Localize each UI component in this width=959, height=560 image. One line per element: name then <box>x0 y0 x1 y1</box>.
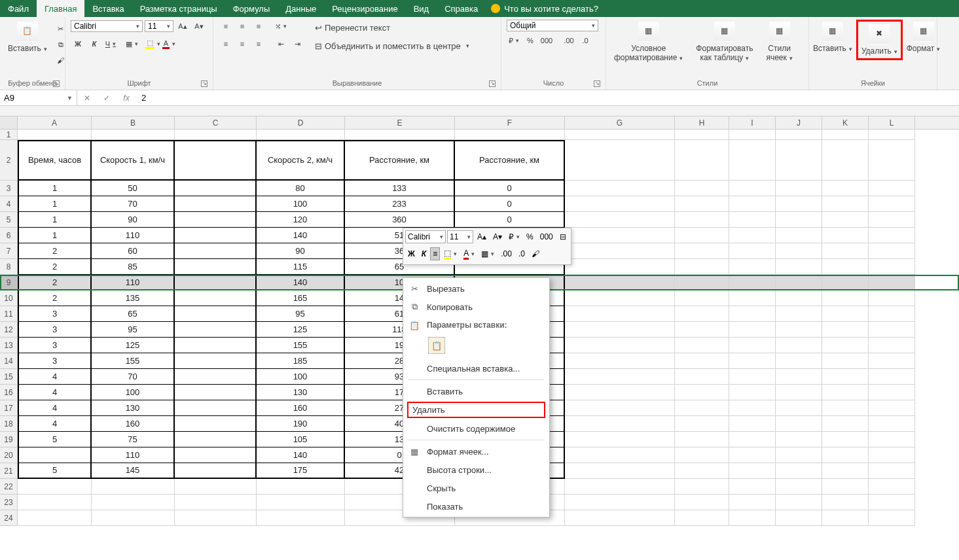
cell[interactable] <box>729 463 776 479</box>
cell[interactable] <box>675 400 729 416</box>
cell[interactable] <box>729 416 776 432</box>
cell[interactable] <box>869 306 915 322</box>
mini-decrease-font-icon[interactable]: A▾ <box>490 230 505 243</box>
ctx-format-cells[interactable]: ▦Формат ячеек... <box>403 442 549 461</box>
cell[interactable] <box>869 385 915 400</box>
col-header-A[interactable]: A <box>18 116 92 129</box>
cell[interactable] <box>776 463 822 479</box>
cell[interactable] <box>175 196 257 212</box>
mini-format-painter-icon[interactable]: 🖌 <box>529 247 542 260</box>
cell[interactable] <box>822 243 869 259</box>
cell[interactable] <box>675 463 729 479</box>
cell[interactable] <box>175 385 257 400</box>
cell[interactable]: Скорость 2, км/ч <box>257 140 345 181</box>
increase-decimal-icon[interactable]: .00 <box>562 34 576 47</box>
cell[interactable] <box>175 447 257 463</box>
cell[interactable]: 2 <box>18 259 92 275</box>
cell[interactable] <box>822 495 869 510</box>
cancel-formula-icon[interactable]: ✕ <box>77 90 97 105</box>
cell[interactable] <box>776 196 822 212</box>
italic-button[interactable]: К <box>87 37 101 50</box>
underline-button[interactable]: Ч <box>103 37 118 50</box>
cell[interactable]: 2 <box>18 243 92 259</box>
cell[interactable] <box>675 259 729 275</box>
cell[interactable] <box>776 259 822 275</box>
cell[interactable] <box>675 181 729 196</box>
cell[interactable] <box>822 416 869 432</box>
cell[interactable] <box>729 228 776 243</box>
col-header-D[interactable]: D <box>257 116 345 129</box>
cell[interactable] <box>822 228 869 243</box>
cell[interactable] <box>175 495 257 510</box>
cell[interactable] <box>257 479 345 495</box>
cell[interactable] <box>776 385 822 400</box>
cell[interactable]: 50 <box>92 181 175 196</box>
col-header-F[interactable]: F <box>455 116 565 129</box>
cell[interactable] <box>869 130 915 140</box>
cell[interactable] <box>822 479 869 495</box>
cell[interactable] <box>675 243 729 259</box>
cell[interactable] <box>257 130 345 140</box>
col-header-I[interactable]: I <box>729 116 776 129</box>
cell[interactable] <box>776 181 822 196</box>
cell[interactable] <box>729 385 776 400</box>
cell[interactable]: 155 <box>92 353 175 369</box>
name-box[interactable]: A9▼ <box>0 90 77 105</box>
cell[interactable] <box>869 495 915 510</box>
cell[interactable] <box>869 400 915 416</box>
cell[interactable] <box>776 228 822 243</box>
cell[interactable]: 80 <box>257 181 345 196</box>
row-header[interactable]: 21 <box>0 463 18 479</box>
select-all-corner[interactable] <box>0 116 18 129</box>
cell[interactable] <box>869 447 915 463</box>
cell[interactable]: 3 <box>18 338 92 353</box>
cell[interactable] <box>257 510 345 526</box>
tab-home[interactable]: Главная <box>37 0 84 17</box>
row-header[interactable]: 10 <box>0 290 18 306</box>
cell[interactable] <box>776 212 822 228</box>
cell[interactable] <box>175 275 257 290</box>
row-header[interactable]: 18 <box>0 416 18 432</box>
cell[interactable]: 0 <box>455 196 565 212</box>
cell[interactable] <box>92 495 175 510</box>
cell[interactable]: 4 <box>18 416 92 432</box>
font-size-combo[interactable]: 11 <box>145 20 173 32</box>
row-header[interactable]: 9 <box>0 275 18 290</box>
cell[interactable] <box>776 243 822 259</box>
cell[interactable]: Расстояние, км <box>455 140 565 181</box>
cell[interactable] <box>822 275 869 290</box>
cell[interactable]: 115 <box>257 259 345 275</box>
row-header[interactable]: 22 <box>0 479 18 495</box>
ctx-delete[interactable]: Удалить <box>407 402 545 418</box>
row-header[interactable]: 11 <box>0 306 18 322</box>
cell[interactable] <box>175 369 257 385</box>
cell[interactable]: 360 <box>345 212 455 228</box>
cell[interactable] <box>18 495 92 510</box>
mini-percent-icon[interactable]: % <box>524 230 536 243</box>
cell[interactable]: 60 <box>92 243 175 259</box>
cell[interactable] <box>776 353 822 369</box>
cell[interactable] <box>175 306 257 322</box>
cell[interactable]: 120 <box>257 212 345 228</box>
cell[interactable]: 3 <box>18 306 92 322</box>
cell[interactable] <box>175 463 257 479</box>
cell[interactable]: 130 <box>92 400 175 416</box>
cell[interactable] <box>869 228 915 243</box>
cell[interactable]: 1 <box>18 212 92 228</box>
tab-view[interactable]: Вид <box>406 0 437 17</box>
cell[interactable] <box>565 196 675 212</box>
cell[interactable]: 85 <box>92 259 175 275</box>
cell[interactable]: 1 <box>18 228 92 243</box>
align-center-icon[interactable]: ≡ <box>235 37 249 50</box>
cell[interactable] <box>565 140 675 181</box>
cell[interactable] <box>175 228 257 243</box>
increase-indent-icon[interactable]: ⇥ <box>290 37 304 50</box>
cell[interactable] <box>822 400 869 416</box>
cell[interactable] <box>675 130 729 140</box>
cell[interactable] <box>729 479 776 495</box>
cell[interactable] <box>565 130 675 140</box>
cell[interactable]: 130 <box>257 385 345 400</box>
cell[interactable] <box>869 275 915 290</box>
align-top-icon[interactable]: ≡ <box>219 20 233 33</box>
cell[interactable]: Время, часов <box>18 140 92 181</box>
